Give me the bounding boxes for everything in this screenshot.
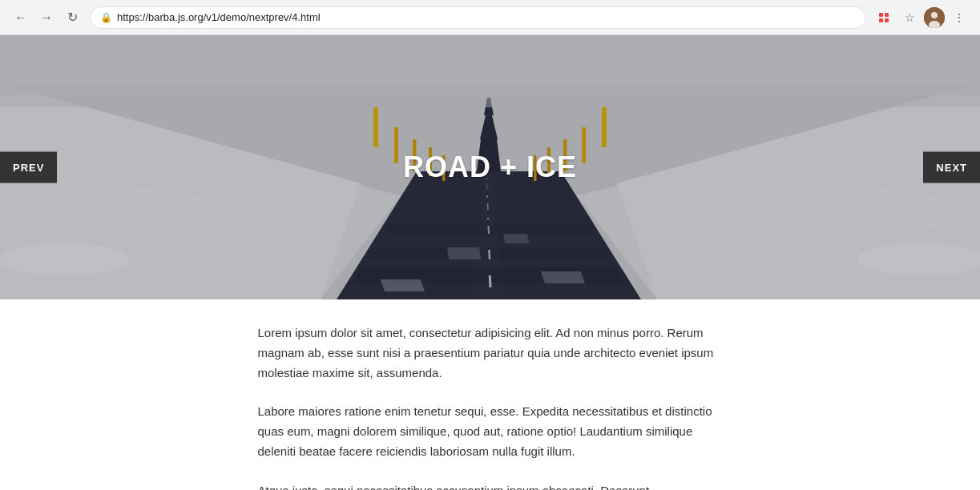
reload-button[interactable]: ↻ (61, 6, 83, 29)
hero-title: ROAD + ICE (403, 151, 577, 184)
nav-buttons: ← → ↻ (10, 6, 83, 29)
paragraph-1: Lorem ipsum dolor sit amet, consectetur … (258, 323, 723, 383)
browser-actions: ☆ ⋮ (873, 6, 970, 29)
menu-button[interactable]: ⋮ (948, 6, 970, 29)
address-bar[interactable]: 🔒 https://barba.js.org/v1/demo/nextprev/… (90, 6, 866, 29)
avatar[interactable] (924, 7, 945, 28)
svg-point-5 (931, 12, 938, 18)
svg-rect-1 (885, 13, 889, 17)
lock-icon: 🔒 (100, 12, 112, 23)
paragraph-2: Labore maiores ratione enim tenetur sequ… (258, 402, 723, 461)
svg-rect-3 (885, 18, 889, 22)
prev-button[interactable]: PREV (0, 152, 57, 183)
next-button[interactable]: NEXT (923, 152, 980, 183)
forward-button[interactable]: → (35, 6, 58, 29)
extensions-button[interactable] (873, 6, 895, 29)
paragraph-3: Atque iusto, sequi necessitatibus accusa… (258, 481, 723, 491)
url-text: https://barba.js.org/v1/demo/nextprev/4.… (117, 11, 321, 23)
hero-section: PREV ROAD + ICE NEXT (0, 35, 980, 299)
text-content: Lorem ipsum dolor sit amet, consectetur … (242, 299, 739, 490)
svg-rect-2 (879, 18, 883, 22)
browser-chrome: ← → ↻ 🔒 https://barba.js.org/v1/demo/nex… (0, 0, 980, 35)
back-button[interactable]: ← (10, 6, 32, 29)
bookmark-button[interactable]: ☆ (898, 6, 921, 29)
svg-rect-0 (879, 13, 883, 17)
page-content: PREV ROAD + ICE NEXT Lorem ipsum dolor s… (0, 35, 980, 490)
